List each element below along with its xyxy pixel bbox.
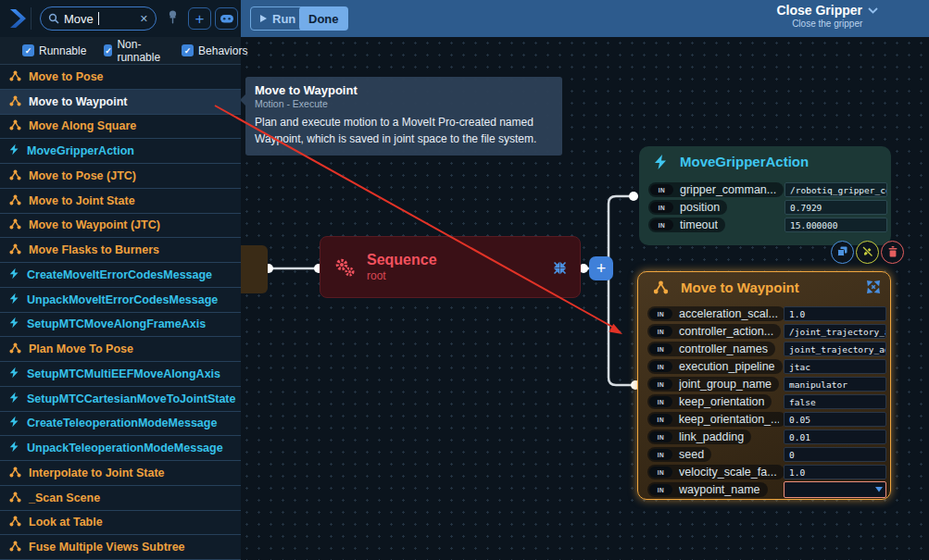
action-bolt-icon [9, 392, 19, 404]
node-param-row: IN timeout 15.000000 [648, 218, 886, 232]
sidebar-behavior-item[interactable]: MoveGripperAction [0, 139, 241, 164]
node-action-buttons [831, 241, 904, 264]
collapse-icon[interactable] [553, 261, 567, 275]
add-button[interactable]: + [188, 7, 211, 30]
param-value-field[interactable]: /robotiq_gripper_cont [785, 182, 887, 197]
behavior-tree-canvas[interactable]: Sequence root + MoveGripperAction [241, 37, 929, 560]
expand-icon[interactable] [867, 280, 880, 293]
app-logo-icon[interactable] [5, 6, 29, 31]
param-label: keep_orientation [679, 395, 764, 408]
toggle-icon [220, 12, 234, 25]
node-param-row: IN keep_orientation_... 0.05 [647, 412, 885, 427]
sidebar-behavior-item[interactable]: SetupMTCMoveAlongFrameAxis [0, 313, 241, 338]
sidebar-behavior-item[interactable]: Interpolate to Joint State [0, 461, 241, 486]
chevron-down-icon [868, 7, 878, 14]
offscreen-node-stub[interactable] [241, 245, 268, 293]
port-in-badge: IN [649, 431, 672, 442]
subtree-icon [9, 119, 21, 131]
port-handle[interactable] [629, 192, 638, 201]
checkbox-checked-icon[interactable]: ✓ [104, 44, 112, 56]
done-button[interactable]: Done [299, 6, 348, 31]
param-value-field[interactable]: 1.0 [784, 465, 886, 479]
delete-button[interactable] [881, 241, 904, 264]
sidebar-behavior-item[interactable]: Move Flasks to Burners [0, 238, 241, 263]
sidebar-behavior-item[interactable]: UnpackMoveItErrorCodesMessage [0, 288, 241, 313]
sidebar-behavior-item[interactable]: _Scan Scene [0, 486, 241, 511]
param-value-field[interactable]: 0.01 [784, 429, 886, 444]
port-in-badge: IN [649, 414, 672, 425]
move-gripper-action-node[interactable]: MoveGripperAction IN gripper_comman... /… [639, 146, 891, 245]
tooltip-title: Move to Waypoint [255, 83, 553, 97]
param-value-field[interactable]: false [784, 394, 886, 409]
port-in-badge: IN [649, 308, 672, 319]
gears-icon [333, 256, 358, 279]
param-value-field[interactable]: 1.0 [784, 306, 886, 321]
text-cursor [98, 12, 99, 25]
sequence-node[interactable]: Sequence root [320, 236, 581, 298]
delete-icon [887, 244, 898, 261]
clear-search-icon[interactable]: ✕ [140, 13, 148, 25]
port-in-badge: IN [649, 396, 672, 407]
sidebar-behavior-item[interactable]: Move to Joint State [0, 189, 241, 214]
checkbox-checked-icon[interactable]: ✓ [22, 44, 34, 56]
sidebar-behavior-item[interactable]: Move to Waypoint (JTC) [0, 214, 241, 239]
subtree-icon [9, 516, 21, 527]
sidebar-behavior-item[interactable]: Move to Pose [0, 65, 241, 90]
app-window: Move ✕ + Run [0, 0, 929, 560]
action-bolt-icon [9, 292, 19, 305]
task-dropdown[interactable]: Close Gripper [776, 3, 878, 18]
sidebar-behavior-item[interactable]: SetupMTCMultiEEFMoveAlongAxis [0, 362, 241, 387]
node-param-row: IN joint_group_name manipulator [647, 377, 885, 392]
node-param-row: IN waypoint_name [647, 482, 885, 497]
waypoint-name-dropdown[interactable] [784, 481, 886, 498]
param-value-field[interactable]: joint_trajectory_admi [784, 342, 886, 356]
pin-icon[interactable] [167, 9, 179, 25]
sidebar-behavior-item[interactable]: Fuse Multiple Views Subtree [0, 535, 241, 560]
node-param-row: IN gripper_comman... /robotiq_gripper_co… [648, 182, 886, 197]
param-value-field[interactable]: 0 [784, 447, 886, 462]
sidebar-behavior-item[interactable]: Look at Table [0, 511, 241, 536]
param-value-field[interactable]: manipulator [784, 377, 886, 392]
subtree-icon [9, 70, 21, 81]
param-value-field[interactable]: 15.000000 [785, 218, 887, 232]
param-label: controller_names [679, 342, 768, 355]
top-bar: Move ✕ + Run [0, 0, 929, 37]
add-child-button[interactable]: + [589, 256, 613, 280]
subtree-icon [9, 218, 21, 230]
filter-checkbox-runnable[interactable]: ✓Runnable [22, 44, 86, 57]
param-value-field[interactable]: 0.7929 [785, 200, 887, 215]
filter-checkbox-behaviors[interactable]: ✓Behaviors [182, 44, 247, 57]
port-in-badge: IN [649, 326, 672, 337]
param-value-field[interactable]: 0.05 [784, 412, 886, 427]
param-value-field[interactable]: jtac [784, 359, 886, 374]
action-bolt-icon [654, 155, 668, 169]
sidebar-behavior-item[interactable]: SetupMTCCartesianMoveToJointState [0, 387, 241, 412]
param-label: link_padding [679, 430, 744, 443]
param-label: position [680, 201, 720, 214]
sidebar-behavior-item[interactable]: CreateTeleoperationModeMessage [0, 412, 241, 437]
param-value-field[interactable]: /joint_trajectory_adm [784, 324, 886, 339]
subtree-icon [9, 95, 21, 106]
waypoint-node-title: Move to Waypoint [681, 280, 799, 295]
sidebar-behavior-item[interactable]: Move to Waypoint [0, 90, 241, 115]
copy-button[interactable] [831, 241, 854, 264]
dropdown-caret-icon[interactable] [875, 487, 883, 492]
sidebar-behavior-item[interactable]: Move Along Square [0, 115, 241, 140]
toggle-button[interactable] [215, 7, 238, 30]
filter-checkbox-non-runnable[interactable]: ✓Non-runnable [104, 38, 164, 64]
search-input[interactable]: Move ✕ [40, 6, 157, 31]
sidebar-behavior-item[interactable]: Move to Pose (JTC) [0, 164, 241, 189]
sidebar-behavior-item[interactable]: CreateMoveItErrorCodesMessage [0, 263, 241, 288]
disable-edit-button[interactable] [856, 241, 879, 264]
subtree-icon [9, 492, 21, 503]
move-to-waypoint-node[interactable]: Move to Waypoint IN acceleration_scal...… [637, 271, 891, 500]
checkbox-checked-icon[interactable]: ✓ [182, 44, 194, 56]
port-in-badge: IN [649, 449, 672, 460]
subtree-icon [9, 194, 21, 205]
action-bolt-icon [9, 317, 19, 329]
port-in-badge: IN [649, 467, 672, 478]
subtree-icon [9, 243, 21, 255]
run-button[interactable]: Run [250, 6, 306, 31]
sidebar-behavior-item[interactable]: Plan Move To Pose [0, 337, 241, 362]
sidebar-behavior-item[interactable]: UnpackTeleoperationModeMessage [0, 436, 241, 461]
